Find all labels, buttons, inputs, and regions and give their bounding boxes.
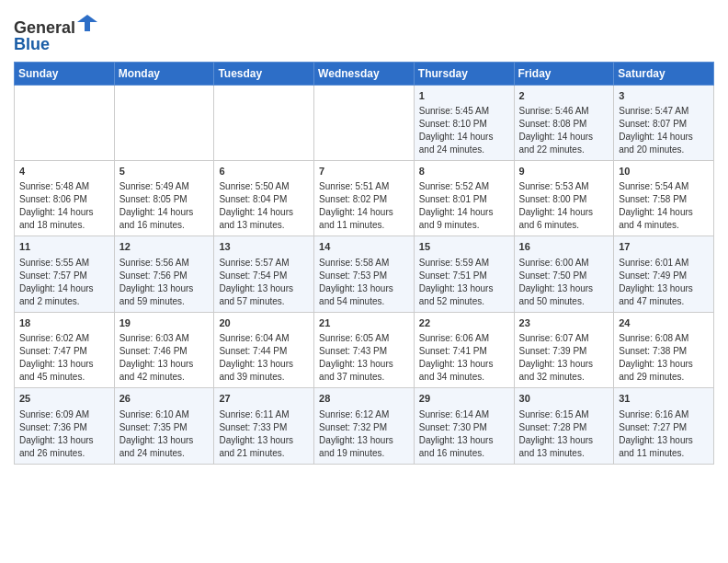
day-info: and 39 minutes. — [219, 371, 309, 384]
calendar-cell: 22Sunrise: 6:06 AMSunset: 7:41 PMDayligh… — [414, 312, 514, 387]
calendar-cell: 31Sunrise: 6:16 AMSunset: 7:27 PMDayligh… — [614, 388, 714, 464]
header-row: SundayMondayTuesdayWednesdayThursdayFrid… — [15, 62, 714, 85]
day-info: Sunset: 8:02 PM — [319, 193, 409, 206]
day-info: Sunrise: 6:15 AM — [519, 408, 609, 421]
calendar-cell: 13Sunrise: 5:57 AMSunset: 7:54 PMDayligh… — [214, 236, 314, 312]
day-number: 6 — [219, 165, 309, 178]
day-info: Daylight: 13 hours — [519, 358, 609, 371]
logo: General Blue — [14, 13, 97, 54]
day-info: Daylight: 13 hours — [519, 282, 609, 295]
day-info: and 52 minutes. — [419, 295, 509, 308]
week-row-2: 4Sunrise: 5:48 AMSunset: 8:06 PMDaylight… — [15, 160, 714, 236]
day-info: Sunrise: 6:00 AM — [519, 257, 609, 270]
day-info: Sunrise: 5:47 AM — [619, 105, 709, 118]
col-header-monday: Monday — [114, 62, 214, 85]
day-info: and 9 minutes. — [419, 219, 509, 232]
day-number: 27 — [219, 392, 309, 406]
calendar-cell: 27Sunrise: 6:11 AMSunset: 7:33 PMDayligh… — [214, 388, 314, 464]
calendar-cell: 3Sunrise: 5:47 AMSunset: 8:07 PMDaylight… — [614, 85, 714, 160]
week-row-5: 25Sunrise: 6:09 AMSunset: 7:36 PMDayligh… — [15, 388, 714, 464]
day-info: and 29 minutes. — [619, 371, 709, 384]
day-info: Sunset: 7:51 PM — [419, 270, 509, 282]
day-info: Sunrise: 5:48 AM — [19, 180, 109, 193]
day-number: 25 — [19, 392, 109, 406]
day-number: 23 — [519, 316, 609, 330]
day-info: Sunrise: 6:06 AM — [419, 332, 509, 345]
calendar-cell: 2Sunrise: 5:46 AMSunset: 8:08 PMDaylight… — [514, 85, 614, 160]
day-info: and 45 minutes. — [19, 371, 109, 384]
day-info: Sunrise: 5:52 AM — [419, 180, 509, 193]
day-info: Sunset: 7:43 PM — [319, 345, 409, 358]
day-info: and 37 minutes. — [319, 371, 409, 384]
day-info: and 20 minutes. — [619, 144, 709, 156]
day-info: Sunset: 7:36 PM — [19, 421, 109, 434]
day-info: Sunrise: 6:09 AM — [19, 408, 109, 421]
day-info: Daylight: 14 hours — [519, 131, 609, 144]
day-info: Sunset: 7:30 PM — [419, 421, 509, 434]
day-info: Sunset: 8:10 PM — [419, 118, 509, 131]
day-number: 12 — [119, 240, 210, 254]
day-number: 19 — [119, 316, 210, 330]
day-info: and 50 minutes. — [519, 295, 609, 308]
day-info: and 42 minutes. — [119, 371, 210, 384]
calendar-cell: 16Sunrise: 6:00 AMSunset: 7:50 PMDayligh… — [514, 236, 614, 312]
calendar-cell: 21Sunrise: 6:05 AMSunset: 7:43 PMDayligh… — [314, 312, 415, 387]
logo-blue: Blue — [14, 35, 50, 53]
day-info: Daylight: 13 hours — [519, 434, 609, 447]
day-info: and 24 minutes. — [119, 447, 210, 460]
day-number: 29 — [419, 392, 509, 406]
day-info: Sunrise: 6:02 AM — [19, 332, 109, 345]
calendar-cell: 14Sunrise: 5:58 AMSunset: 7:53 PMDayligh… — [314, 236, 415, 312]
day-info: and 26 minutes. — [19, 447, 109, 460]
day-info: Daylight: 13 hours — [419, 434, 509, 447]
day-info: Daylight: 14 hours — [619, 206, 709, 219]
calendar-cell: 25Sunrise: 6:09 AMSunset: 7:36 PMDayligh… — [15, 388, 115, 464]
day-number: 20 — [219, 316, 309, 330]
col-header-sunday: Sunday — [15, 62, 115, 85]
day-info: Daylight: 14 hours — [119, 206, 210, 219]
day-info: Sunrise: 5:53 AM — [519, 180, 609, 193]
calendar-cell: 28Sunrise: 6:12 AMSunset: 7:32 PMDayligh… — [314, 388, 415, 464]
day-number: 7 — [319, 165, 409, 178]
day-info: Sunrise: 6:05 AM — [319, 332, 409, 345]
day-info: Sunrise: 5:55 AM — [19, 257, 109, 270]
day-info: Sunrise: 6:01 AM — [619, 257, 709, 270]
day-number: 30 — [519, 392, 609, 406]
day-info: Sunrise: 6:12 AM — [319, 408, 409, 421]
day-info: and 57 minutes. — [219, 295, 309, 308]
calendar-cell — [114, 85, 214, 160]
day-number: 3 — [619, 89, 709, 103]
calendar-cell: 26Sunrise: 6:10 AMSunset: 7:35 PMDayligh… — [114, 388, 214, 464]
calendar-cell: 29Sunrise: 6:14 AMSunset: 7:30 PMDayligh… — [414, 388, 514, 464]
day-info: Daylight: 14 hours — [19, 206, 109, 219]
day-info: Sunset: 7:57 PM — [19, 270, 109, 282]
day-info: Sunset: 7:27 PM — [619, 421, 709, 434]
header: General Blue — [14, 9, 714, 54]
calendar-cell: 5Sunrise: 5:49 AMSunset: 8:05 PMDaylight… — [114, 160, 214, 236]
day-number: 11 — [19, 240, 109, 254]
day-info: Sunset: 7:58 PM — [619, 193, 709, 206]
calendar-cell: 9Sunrise: 5:53 AMSunset: 8:00 PMDaylight… — [514, 160, 614, 236]
day-info: Sunset: 7:54 PM — [219, 270, 309, 282]
day-info: Daylight: 13 hours — [419, 358, 509, 371]
day-info: Sunset: 7:28 PM — [519, 421, 609, 434]
day-info: and 34 minutes. — [419, 371, 509, 384]
day-info: Daylight: 13 hours — [319, 282, 409, 295]
day-info: Sunset: 8:06 PM — [19, 193, 109, 206]
day-info: and 22 minutes. — [519, 144, 609, 156]
day-info: Daylight: 14 hours — [619, 131, 709, 144]
col-header-wednesday: Wednesday — [314, 62, 415, 85]
day-info: Daylight: 13 hours — [19, 434, 109, 447]
day-info: Sunrise: 6:16 AM — [619, 408, 709, 421]
svg-marker-0 — [77, 15, 97, 31]
day-info: and 13 minutes. — [519, 447, 609, 460]
day-info: Sunrise: 6:10 AM — [119, 408, 210, 421]
calendar-cell: 10Sunrise: 5:54 AMSunset: 7:58 PMDayligh… — [614, 160, 714, 236]
day-info: Daylight: 14 hours — [219, 206, 309, 219]
day-info: Sunset: 8:08 PM — [519, 118, 609, 131]
day-info: Daylight: 13 hours — [219, 434, 309, 447]
calendar-cell: 4Sunrise: 5:48 AMSunset: 8:06 PMDaylight… — [15, 160, 115, 236]
calendar-cell: 1Sunrise: 5:45 AMSunset: 8:10 PMDaylight… — [414, 85, 514, 160]
day-number: 24 — [619, 316, 709, 330]
day-info: Sunrise: 6:04 AM — [219, 332, 309, 345]
